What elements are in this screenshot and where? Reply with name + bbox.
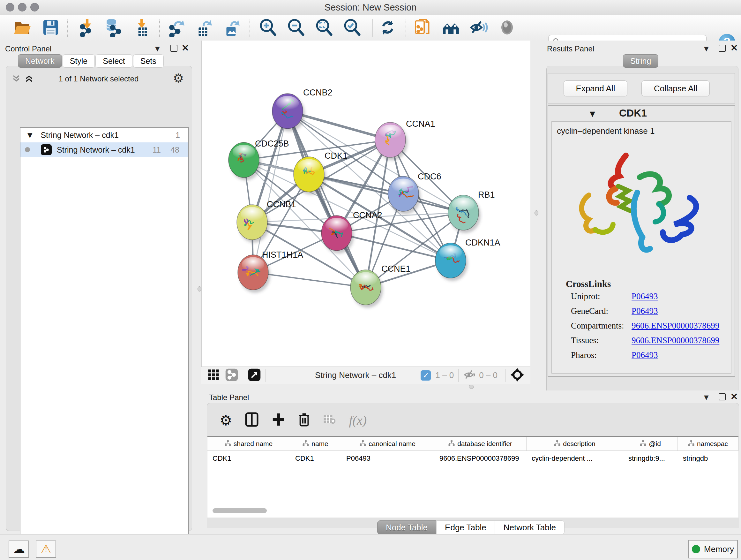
splitter-handle[interactable] <box>198 287 201 292</box>
open-session-button[interactable] <box>12 17 32 37</box>
edge-CCNB2-HIST1H1A[interactable] <box>253 111 287 272</box>
column-type-icon <box>225 440 231 448</box>
node-CDKN1A[interactable] <box>435 243 468 281</box>
import-network-button[interactable] <box>77 17 96 37</box>
table-cell[interactable]: CDK1 <box>207 454 290 462</box>
column-header-namespac[interactable]: namespac <box>678 437 738 450</box>
table-cell[interactable]: stringdb:9... <box>623 454 678 462</box>
close-panel-button[interactable]: × <box>730 393 738 400</box>
column-header-canonical-name[interactable]: canonical name <box>341 437 434 450</box>
left-splitter[interactable] <box>197 41 201 534</box>
selected-checkbox-icon[interactable]: ✓ <box>421 370 431 381</box>
maximize-panel-button[interactable] <box>171 45 178 52</box>
zoom-fit-icon <box>315 18 333 37</box>
crosslink-label: Tissues: <box>571 335 631 346</box>
open-in-window-icon[interactable] <box>248 368 261 383</box>
right-splitter[interactable] <box>530 41 542 390</box>
float-panel-button[interactable]: ▼ <box>704 45 709 52</box>
table-cell[interactable]: CDK1 <box>290 454 341 462</box>
close-panel-button[interactable]: × <box>181 44 189 51</box>
memory-button[interactable]: Memory <box>688 540 738 558</box>
cloud-button[interactable]: ☁ <box>9 541 29 558</box>
node-CCNE1[interactable] <box>350 270 383 308</box>
node-CDC6[interactable] <box>388 176 421 214</box>
hide-labels-button[interactable] <box>469 17 489 37</box>
network-canvas[interactable]: CCNB2CCNA1CDC25BCDK1CDC6RB1CCNB1CCNA2CDK… <box>201 41 531 367</box>
zoom-in-button[interactable] <box>258 17 278 37</box>
zoom-fit-button[interactable] <box>314 17 334 37</box>
tab-node-table[interactable]: Node Table <box>377 520 436 535</box>
table-options-gear-icon[interactable]: ⚙ <box>219 412 232 428</box>
zoom-selected-button[interactable] <box>342 17 362 37</box>
float-panel-button[interactable]: ▼ <box>704 394 709 401</box>
network-tree-row[interactable]: ▼String Network – cdk11 <box>20 128 188 142</box>
home-button[interactable] <box>441 17 461 37</box>
maximize-panel-button[interactable] <box>719 393 726 400</box>
splitter-handle[interactable] <box>469 385 474 389</box>
close-panel-button[interactable]: × <box>730 44 738 51</box>
node-CCNA1[interactable] <box>375 122 408 160</box>
save-session-button[interactable] <box>41 17 61 37</box>
export-network-button[interactable] <box>166 17 186 37</box>
float-panel-button[interactable]: ▼ <box>155 45 160 52</box>
crosslink-link[interactable]: 9606.ENSP00000378699 <box>631 335 719 346</box>
crosslink-link[interactable]: 9606.ENSP00000378699 <box>631 321 719 331</box>
zoom-out-button[interactable] <box>286 17 306 37</box>
expand-all-button[interactable]: Expand All <box>563 80 627 97</box>
warnings-button[interactable]: ⚠ <box>36 541 56 558</box>
import-database-button[interactable] <box>104 17 123 37</box>
collapse-gene-icon[interactable]: ▼ <box>590 110 595 118</box>
export-image-button[interactable] <box>222 17 242 37</box>
tab-select[interactable]: Select <box>95 54 132 68</box>
delete-table-icon <box>323 414 336 427</box>
crosslink-link[interactable]: P06493 <box>631 350 658 360</box>
edge-CCNB2-CCNE1[interactable] <box>287 111 366 287</box>
table-cell[interactable]: cyclin-dependent ... <box>527 454 623 462</box>
table-horizontal-scrollbar[interactable] <box>212 508 267 513</box>
export-table-button[interactable] <box>194 17 214 37</box>
node-CCNA2[interactable] <box>321 215 354 253</box>
network-options-gear-icon[interactable]: ⚙ <box>173 71 184 85</box>
tab-string[interactable]: String <box>623 54 658 68</box>
refresh-button[interactable] <box>378 17 398 37</box>
column-header-name[interactable]: name <box>290 437 341 450</box>
node-table[interactable]: shared namenamecanonical namedatabase id… <box>207 436 738 517</box>
crosslink-link[interactable]: P06493 <box>631 292 658 301</box>
column-header-database-identifier[interactable]: database identifier <box>434 437 527 450</box>
tab-network[interactable]: Network <box>18 54 62 68</box>
column-header-shared-name[interactable]: shared name <box>207 437 290 450</box>
delete-column-icon[interactable] <box>298 412 311 428</box>
string-share-icon[interactable] <box>225 368 239 383</box>
maximize-panel-button[interactable] <box>719 45 726 52</box>
node-RB1[interactable] <box>448 195 481 233</box>
birdseye-view-icon[interactable] <box>207 368 220 382</box>
splitter-handle[interactable] <box>535 210 538 215</box>
table-cell[interactable]: stringdb <box>678 454 738 462</box>
column-header-description[interactable]: description <box>527 437 623 450</box>
table-cell[interactable]: P06493 <box>341 454 434 462</box>
node-HIST1H1A[interactable] <box>238 255 270 293</box>
hidden-eye-slash-icon[interactable] <box>463 368 476 382</box>
tab-network-table[interactable]: Network Table <box>495 520 564 535</box>
show-columns-icon[interactable] <box>245 412 259 428</box>
table-cell[interactable]: 9606.ENSP00000378699 <box>434 454 527 462</box>
table-row[interactable]: CDK1CDK1P064939606.ENSP00000378699cyclin… <box>207 451 738 466</box>
crosshair-icon[interactable] <box>510 368 525 383</box>
show-graphics-button[interactable] <box>497 17 517 37</box>
clone-network-button[interactable] <box>413 17 433 37</box>
node-CCNB2[interactable] <box>272 94 305 132</box>
network-tree-row[interactable]: String Network – cdk11148 <box>20 142 188 157</box>
tab-sets[interactable]: Sets <box>133 54 164 68</box>
column-type-icon <box>360 440 366 448</box>
column-header--id[interactable]: @id <box>623 437 678 450</box>
collapse-icon[interactable]: ▼ <box>27 131 32 139</box>
tab-style[interactable]: Style <box>63 54 95 68</box>
tab-edge-table[interactable]: Edge Table <box>436 520 495 535</box>
node-CDK1[interactable] <box>293 157 326 195</box>
add-column-icon[interactable] <box>272 412 285 428</box>
eye-slash-icon <box>470 18 488 37</box>
crosslink-link[interactable]: P06493 <box>631 306 658 316</box>
import-table-button[interactable] <box>132 17 151 37</box>
collapse-all-button[interactable]: Collapse All <box>642 80 710 97</box>
network-graph[interactable]: CCNB2CCNA1CDC25BCDK1CDC6RB1CCNB1CCNA2CDK… <box>202 41 531 367</box>
